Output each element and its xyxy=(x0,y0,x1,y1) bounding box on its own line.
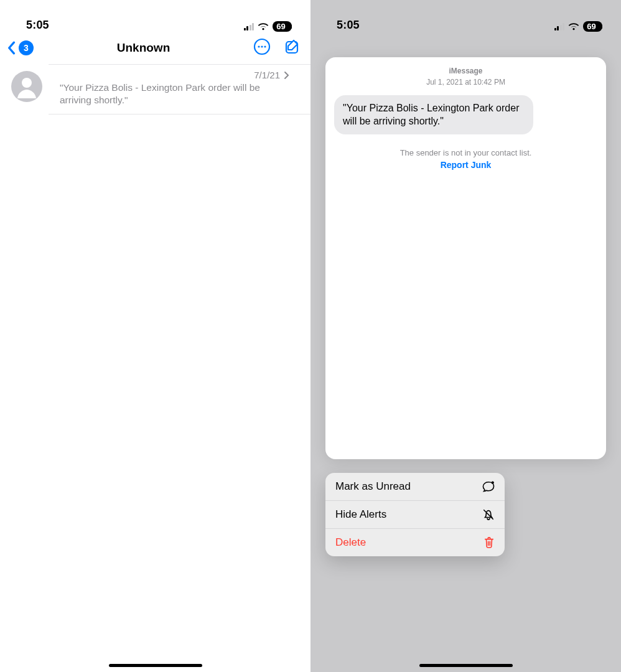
conversation-preview: "Your Pizza Bolis - Lexington Park order… xyxy=(60,80,289,106)
compose-button[interactable] xyxy=(284,39,301,57)
battery-icon: 69 xyxy=(583,21,602,32)
svg-point-6 xyxy=(492,482,494,484)
more-button[interactable] xyxy=(253,38,271,58)
menu-delete[interactable]: Delete xyxy=(325,528,505,556)
menu-hide-alerts[interactable]: Hide Alerts xyxy=(325,500,505,528)
context-menu: Mark as Unread Hide Alerts Delete xyxy=(325,473,505,556)
status-time: 5:05 xyxy=(26,19,49,32)
home-indicator[interactable] xyxy=(109,664,202,667)
conversation-preview-card[interactable]: iMessage Jul 1, 2021 at 10:42 PM "Your P… xyxy=(325,57,606,459)
cellular-icon xyxy=(244,23,254,30)
battery-pct: 69 xyxy=(276,22,286,30)
unread-icon xyxy=(482,481,495,492)
menu-label: Mark as Unread xyxy=(335,480,411,493)
svg-point-2 xyxy=(261,45,263,47)
battery-icon: 69 xyxy=(273,21,292,32)
chevron-left-icon xyxy=(6,41,16,55)
page-title: Unknown xyxy=(117,41,170,55)
status-time: 5:05 xyxy=(337,19,360,32)
avatar xyxy=(11,71,42,102)
nav-actions xyxy=(253,38,301,58)
status-bar: 5:05 69 xyxy=(0,0,310,34)
conversation-date: 7/1/21 xyxy=(254,70,280,80)
wifi-icon xyxy=(258,22,269,30)
chevron-right-icon xyxy=(284,71,289,80)
svg-point-5 xyxy=(22,78,32,88)
back-button[interactable]: 3 xyxy=(6,40,34,55)
preview-service: iMessage xyxy=(334,66,597,77)
preview-datetime: Jul 1, 2021 at 10:42 PM xyxy=(334,77,597,88)
home-indicator[interactable] xyxy=(419,664,513,667)
compose-icon xyxy=(284,39,301,55)
bell-slash-icon xyxy=(482,508,495,521)
unread-badge: 3 xyxy=(19,40,34,55)
nav-bar: 3 Unknown xyxy=(0,34,310,64)
svg-point-3 xyxy=(264,45,266,47)
battery-pct: 69 xyxy=(587,22,596,30)
junk-block: The sender is not in your contact list. … xyxy=(334,148,597,170)
cellular-icon xyxy=(554,23,565,30)
preview-date-header: iMessage Jul 1, 2021 at 10:42 PM xyxy=(334,66,597,88)
status-bar: 5:05 69 xyxy=(310,0,621,34)
wifi-icon xyxy=(568,22,579,30)
conversation-list: 7/1/21 "Your Pizza Bolis - Lexington Par… xyxy=(0,64,310,114)
messages-list-pane: 5:05 69 3 Unknown xyxy=(0,0,310,672)
report-junk-link[interactable]: Report Junk xyxy=(441,160,492,170)
context-preview-pane: 5:05 69 iMessage Jul 1, 2021 at 10:42 PM… xyxy=(310,0,621,672)
menu-label: Delete xyxy=(335,536,366,549)
conversation-row[interactable]: 7/1/21 "Your Pizza Bolis - Lexington Par… xyxy=(49,64,310,114)
svg-point-1 xyxy=(258,45,259,47)
status-indicators: 69 xyxy=(554,21,602,32)
menu-mark-unread[interactable]: Mark as Unread xyxy=(325,473,505,500)
menu-label: Hide Alerts xyxy=(335,508,386,521)
trash-icon xyxy=(483,536,495,549)
message-bubble: "Your Pizza Bolis - Lexington Park order… xyxy=(334,95,533,134)
person-icon xyxy=(14,73,40,100)
ellipsis-circle-icon xyxy=(253,38,271,55)
not-in-contacts-text: The sender is not in your contact list. xyxy=(334,148,597,157)
status-indicators: 69 xyxy=(244,21,292,32)
